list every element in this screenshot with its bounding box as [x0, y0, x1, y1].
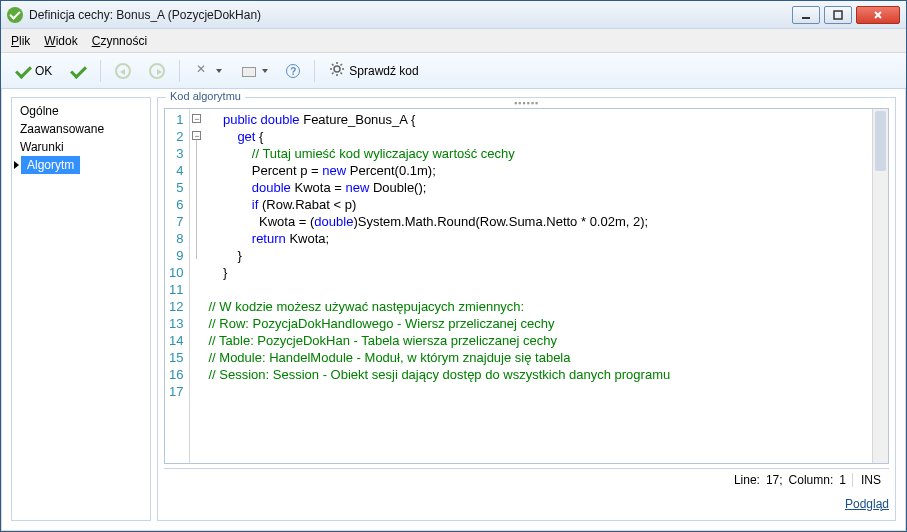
- line-numbers: 1234567891011121314151617: [165, 109, 190, 463]
- check-code-button[interactable]: Sprawdź kod: [323, 58, 424, 84]
- preview-link[interactable]: Podgląd: [845, 497, 889, 511]
- main-panel: Kod algorytmu ▪▪▪▪▪▪ 1234567891011121314…: [157, 97, 896, 521]
- window-controls: [792, 6, 900, 24]
- back-button[interactable]: [109, 58, 137, 84]
- menu-file-label: lik: [19, 34, 30, 48]
- titlebar: Definicja cechy: Bonus_A (PozycjeDokHan): [1, 1, 906, 29]
- sidebar-item-algorithm: Algorytm: [21, 156, 80, 174]
- status-line-label: Line:: [734, 473, 760, 487]
- help-icon: ?: [286, 64, 300, 78]
- help-button[interactable]: ?: [280, 58, 306, 84]
- svg-line-12: [341, 64, 343, 66]
- fold-column[interactable]: −−: [190, 109, 204, 463]
- code-editor[interactable]: 1234567891011121314151617 −− public doub…: [164, 108, 889, 464]
- svg-line-11: [332, 72, 334, 74]
- scroll-thumb[interactable]: [875, 111, 886, 171]
- print-button[interactable]: [234, 58, 274, 84]
- print-icon: [240, 63, 256, 79]
- sidebar: Ogólne Zaawansowane Warunki Algorytm: [11, 97, 151, 521]
- window-title: Definicja cechy: Bonus_A (PozycjeDokHan): [29, 8, 261, 22]
- sidebar-item-algorithm-row[interactable]: Algorytm: [14, 156, 148, 174]
- status-line-value: 17;: [766, 473, 783, 487]
- sidebar-item-conditions[interactable]: Warunki: [14, 138, 148, 156]
- client-area: Ogólne Zaawansowane Warunki Algorytm Kod…: [1, 89, 906, 531]
- arrow-right-icon: [149, 63, 165, 79]
- status-col-label: Column:: [789, 473, 834, 487]
- vertical-scrollbar[interactable]: [872, 109, 888, 463]
- chevron-down-icon: [262, 69, 268, 73]
- chevron-down-icon: [216, 69, 222, 73]
- close-button[interactable]: [856, 6, 900, 24]
- footer: Podgląd: [164, 494, 889, 514]
- gear-icon: [329, 61, 345, 81]
- apply-button[interactable]: [64, 58, 92, 84]
- separator: [314, 60, 315, 82]
- app-icon: [7, 7, 23, 23]
- check-icon: [70, 63, 86, 79]
- svg-point-4: [334, 66, 340, 72]
- sidebar-item-advanced[interactable]: Zaawansowane: [14, 120, 148, 138]
- menubar: Plik Widok Czynności: [1, 29, 906, 53]
- arrow-left-icon: [115, 63, 131, 79]
- toolbar: OK ? Sprawdź kod: [1, 53, 906, 89]
- menu-view-label: idok: [56, 34, 78, 48]
- svg-line-10: [341, 72, 343, 74]
- menu-file[interactable]: Plik: [11, 34, 30, 48]
- tools-button[interactable]: [188, 58, 228, 84]
- menu-actions[interactable]: Czynności: [92, 34, 147, 48]
- code-text[interactable]: public double Feature_Bonus_A { get { //…: [204, 109, 674, 463]
- check-icon: [15, 63, 31, 79]
- group-label: Kod algorytmu: [166, 90, 245, 102]
- separator: [100, 60, 101, 82]
- status-mode: INS: [852, 473, 881, 487]
- ok-button[interactable]: OK: [9, 58, 58, 84]
- minimize-button[interactable]: [792, 6, 820, 24]
- maximize-button[interactable]: [824, 6, 852, 24]
- forward-button[interactable]: [143, 58, 171, 84]
- menu-view[interactable]: Widok: [44, 34, 77, 48]
- window: Definicja cechy: Bonus_A (PozycjeDokHan)…: [0, 0, 907, 532]
- menu-actions-label: zynności: [100, 34, 147, 48]
- sidebar-item-general[interactable]: Ogólne: [14, 102, 148, 120]
- editor-statusbar: Line: 17; Column: 1 INS: [164, 468, 889, 490]
- arrow-right-icon: [14, 161, 19, 169]
- check-code-label: Sprawdź kod: [349, 64, 418, 78]
- separator: [179, 60, 180, 82]
- tools-icon: [194, 63, 210, 79]
- svg-rect-1: [834, 11, 842, 19]
- ok-label: OK: [35, 64, 52, 78]
- status-col-value: 1: [839, 473, 846, 487]
- svg-line-9: [332, 64, 334, 66]
- grip-icon[interactable]: ▪▪▪▪▪▪: [158, 98, 895, 108]
